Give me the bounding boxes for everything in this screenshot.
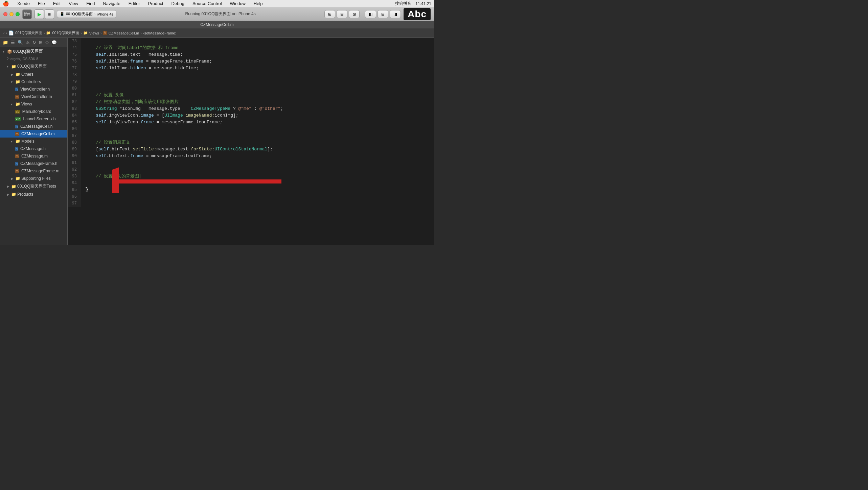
sidebar-item-tests[interactable]: ▶ 📁 001QQ聊天界面Tests: [0, 182, 67, 191]
products-label: Products: [17, 192, 33, 197]
editor-controls: ⊞ ⊟ ⊠: [324, 10, 360, 18]
line-num-82: 82: [68, 99, 79, 105]
close-button[interactable]: [3, 12, 7, 16]
xib-icon-1: xib: [15, 117, 21, 121]
bottom-panel-btn[interactable]: ⊟: [378, 10, 388, 18]
menu-debug[interactable]: Debug: [170, 0, 186, 7]
breadcrumb-sep-2: ›: [81, 31, 82, 35]
sidebar-item-czmessage-m[interactable]: m CZMessage.m: [0, 152, 67, 160]
sidebar-item-czmessage-h[interactable]: h CZMessage.h: [0, 145, 67, 152]
minimize-button[interactable]: [9, 12, 14, 16]
menu-find[interactable]: Find: [85, 0, 96, 7]
stop-button[interactable]: 暂停: [22, 9, 32, 19]
sidebar-item-launchscreen[interactable]: xib LaunchScreen.xib: [0, 115, 67, 123]
menu-navigate[interactable]: Navigate: [101, 0, 121, 7]
standard-editor-btn[interactable]: ⊞: [324, 10, 335, 18]
breadcrumb-file-icon: M: [103, 31, 107, 35]
sidebar-item-others[interactable]: ▶ 📁 Others: [0, 71, 67, 78]
menu-help[interactable]: Help: [252, 0, 264, 7]
code-lines[interactable]: // 设置 "时间Label"的数据 和 frame self.lblTime.…: [81, 38, 434, 207]
m-icon-2: m: [15, 132, 19, 136]
breadcrumb-nav-prev[interactable]: ‹: [3, 31, 5, 35]
viewcontroller-m-label: ViewController.m: [21, 94, 52, 99]
folder-icon-1: 📁: [11, 64, 16, 69]
build-stop-button[interactable]: ■: [45, 9, 54, 19]
code-line-97: [85, 200, 434, 207]
breadcrumb-item-4[interactable]: CZMessageCell.m: [109, 31, 139, 35]
line-num-91: 91: [68, 160, 79, 166]
sidebar-item-czmessageframe-h[interactable]: h CZMessageFrame.h: [0, 160, 67, 167]
sidebar-item-czmessageframe-m[interactable]: m CZMessageFrame.m: [0, 167, 67, 175]
scheme-selector[interactable]: 📱 001QQ聊天界面 › iPhone 4s: [57, 10, 116, 18]
breadcrumb-sep-4: ›: [140, 31, 142, 35]
sidebar-item-controllers[interactable]: ▾ 📁 Controllers: [0, 78, 67, 85]
code-line-78: [85, 72, 434, 78]
sidebar-item-products[interactable]: ▶ 📁 Products: [0, 191, 67, 198]
sidebar-comment-icon[interactable]: 💬: [51, 40, 57, 45]
sidebar-item-project-folder[interactable]: ▾ 📁 001QQ聊天界面: [0, 62, 67, 71]
code-line-89: [self.btnText setTitle:message.text forS…: [85, 146, 434, 153]
czmessageframe-m-label: CZMessageFrame.m: [21, 169, 60, 173]
czmessageframe-h-label: CZMessageFrame.h: [20, 161, 57, 166]
sidebar-nav-icon[interactable]: ◇: [45, 40, 49, 45]
sidebar-grid-icon[interactable]: ⊞: [39, 40, 43, 45]
clock: 11:41:21: [415, 1, 431, 6]
code-line-80: [85, 85, 434, 92]
menu-window[interactable]: Window: [229, 0, 247, 7]
line-num-81: 81: [68, 92, 79, 99]
menu-xcode[interactable]: Xcode: [16, 0, 31, 7]
apple-menu[interactable]: 🍎: [3, 1, 9, 7]
run-button[interactable]: ▶: [35, 9, 44, 19]
code-line-95: }: [85, 187, 434, 193]
code-line-94: [85, 180, 434, 187]
sidebar-item-czmessagecell-h[interactable]: h CZMessageCell.h: [0, 123, 67, 130]
menu-view[interactable]: View: [67, 0, 79, 7]
fullscreen-button[interactable]: [16, 12, 20, 16]
menu-edit[interactable]: Edit: [52, 0, 62, 7]
version-editor-btn[interactable]: ⊠: [349, 10, 360, 18]
sidebar-item-models[interactable]: ▾ 📁 Models: [0, 138, 67, 145]
menu-editor[interactable]: Editor: [127, 0, 141, 7]
breadcrumb-sep-3: ›: [100, 31, 102, 35]
sidebar-list-icon[interactable]: ☰: [11, 40, 15, 45]
menu-product[interactable]: Product: [147, 0, 165, 7]
sidebar-folder-icon[interactable]: 📁: [3, 40, 8, 45]
sidebar-item-czmessagecell-m[interactable]: m CZMessageCell.m: [0, 130, 67, 138]
menu-source-control[interactable]: Source Control: [191, 0, 223, 7]
code-line-83: NSString *iconImg = message.type == CZMe…: [85, 105, 434, 112]
left-panel-btn[interactable]: ◧: [365, 10, 376, 18]
toolbar: 暂停 ▶ ■ 📱 001QQ聊天界面 › iPhone 4s Running 0…: [0, 7, 434, 21]
breadcrumb-item-1[interactable]: 001QQ聊天界面: [15, 30, 42, 35]
abc-badge: Abc: [404, 8, 431, 20]
device-name: iPhone 4s: [97, 12, 113, 16]
main-storyboard-label: Main.storyboard: [22, 109, 51, 114]
code-line-87: [85, 132, 434, 139]
sidebar-item-views[interactable]: ▾ 📁 Views: [0, 100, 67, 108]
line-num-85: 85: [68, 119, 79, 126]
breadcrumb-item-2[interactable]: 001QQ聊天界面: [52, 30, 79, 35]
file-type-icon: 📄: [8, 30, 14, 35]
run-stop-group: ▶ ■: [35, 9, 54, 19]
expand-icon: ▾: [3, 50, 6, 53]
menu-file[interactable]: File: [37, 0, 46, 7]
sidebar-item-supporting-files[interactable]: ▶ 📁 Supporting Files: [0, 175, 67, 182]
line-num-94: 94: [68, 180, 79, 187]
sidebar-refresh-icon[interactable]: ↻: [32, 40, 36, 45]
sidebar-warning-icon[interactable]: ⚠: [26, 40, 30, 45]
line-num-84: 84: [68, 112, 79, 119]
m-icon-3: m: [15, 154, 19, 158]
sidebar-search-icon[interactable]: 🔍: [18, 40, 23, 45]
assistant-editor-btn[interactable]: ⊟: [337, 10, 347, 18]
sidebar-item-main-storyboard[interactable]: sb Main.storyboard: [0, 108, 67, 115]
folder-icon-supporting: 📁: [15, 176, 20, 181]
sidebar-item-viewcontroller-h[interactable]: h ViewController.h: [0, 85, 67, 93]
breadcrumb-nav-next[interactable]: ›: [6, 31, 7, 35]
code-editor[interactable]: 73 74 75 76 77 78 79 80 81 82 83 84 85 8…: [68, 38, 434, 245]
breadcrumb-item-3[interactable]: Views: [89, 31, 99, 35]
sidebar-item-project[interactable]: ▾ 📦 001QQ聊天界面: [0, 47, 67, 56]
sidebar-item-viewcontroller-m[interactable]: m ViewController.m: [0, 93, 67, 100]
right-panel-btn[interactable]: ◨: [390, 10, 401, 18]
breadcrumb-item-5[interactable]: -setMessageFrame:: [143, 31, 176, 35]
breadcrumb-bar: ‹ › 📄 001QQ聊天界面 › 📁 001QQ聊天界面 › 📁 Views …: [0, 28, 434, 38]
toggle-controllers: ▾: [11, 80, 14, 84]
